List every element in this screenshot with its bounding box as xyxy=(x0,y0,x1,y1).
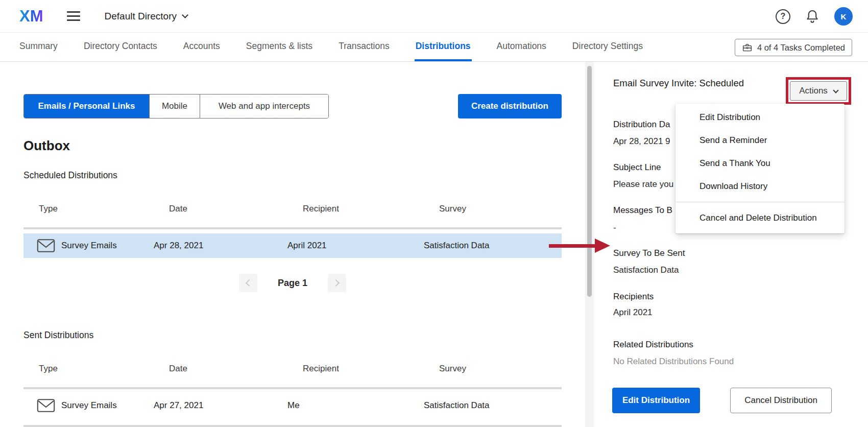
field-label-recipients: Recipients xyxy=(613,292,654,302)
menu-item-send-a-thank-you[interactable]: Send a Thank You xyxy=(676,152,845,175)
chevron-down-icon xyxy=(833,87,838,93)
field-label-survey-to-be-sent: Survey To Be Sent xyxy=(613,248,685,258)
tab-directory-settings[interactable]: Directory Settings xyxy=(571,33,644,61)
column-survey: Survey xyxy=(439,204,562,214)
tasks-completed-label: 4 of 4 Tasks Completed xyxy=(757,43,845,53)
page-indicator: Page 1 xyxy=(278,278,307,289)
panel-title: Email Survey Invite: Scheduled xyxy=(613,78,744,89)
tab-automations[interactable]: Automations xyxy=(496,33,547,61)
field-label-subject-line: Subject Line xyxy=(613,162,661,173)
column-date: Date xyxy=(169,204,303,214)
page: XM Default Directory ? K Summary Directo… xyxy=(0,0,868,427)
directory-selector[interactable]: Default Directory xyxy=(105,11,188,22)
table-divider xyxy=(23,387,562,389)
sent-distributions-table: Type Date Recipient Survey Survey Emails… xyxy=(23,364,562,427)
outbox-title: Outbox xyxy=(23,138,585,154)
column-recipient: Recipient xyxy=(303,364,439,374)
field-value-related-distributions: No Related Distributions Found xyxy=(613,357,734,367)
field-value-recipients: April 2021 xyxy=(613,307,653,318)
annotation-highlight-box: Actions xyxy=(786,77,851,105)
notifications-bell-icon[interactable] xyxy=(805,9,820,24)
row-recipient: April 2021 xyxy=(287,241,424,251)
tasks-completed-button[interactable]: 4 of 4 Tasks Completed xyxy=(735,39,852,56)
menu-item-cancel-and-delete-distribution[interactable]: Cancel and Delete Distribution xyxy=(676,206,845,229)
column-recipient: Recipient xyxy=(303,204,439,214)
scheduled-distributions-table: Type Date Recipient Survey Survey Emails… xyxy=(23,204,562,258)
segment-web-app-intercepts[interactable]: Web and app intercepts xyxy=(200,94,328,118)
pagination: Page 1 xyxy=(23,274,562,292)
menu-item-download-history[interactable]: Download History xyxy=(676,175,845,198)
row-recipient: Me xyxy=(287,400,424,411)
menu-item-edit-distribution[interactable]: Edit Distribution xyxy=(676,106,845,129)
row-survey: Satisfaction Data xyxy=(424,400,562,411)
tab-directory-contacts[interactable]: Directory Contacts xyxy=(83,33,158,61)
row-type: Survey Emails xyxy=(61,400,117,411)
channel-segmented-control: Emails / Personal Links Mobile Web and a… xyxy=(23,94,329,118)
help-glyph: ? xyxy=(781,12,786,21)
row-survey: Satisfaction Data xyxy=(424,241,562,251)
field-value-subject-line: Please rate you xyxy=(613,179,673,189)
field-value-messages-to-be-sent: - xyxy=(613,223,616,233)
column-survey: Survey xyxy=(439,364,562,374)
panel-scrollbar-track xyxy=(585,62,594,427)
menu-divider xyxy=(676,202,845,202)
tab-accounts[interactable]: Accounts xyxy=(182,33,221,61)
table-divider xyxy=(23,425,562,427)
distributions-main: Emails / Personal Links Mobile Web and a… xyxy=(0,62,585,427)
actions-dropdown-menu: Edit Distribution Send a Reminder Send a… xyxy=(676,104,845,233)
user-avatar[interactable]: K xyxy=(834,7,853,26)
header-right-icons: ? K xyxy=(776,0,868,33)
distribution-toolbar: Emails / Personal Links Mobile Web and a… xyxy=(23,94,562,118)
tab-list: Summary Directory Contacts Accounts Segm… xyxy=(18,33,644,61)
table-row[interactable]: Survey Emails Apr 28, 2021 April 2021 Sa… xyxy=(23,233,562,258)
row-date: Apr 28, 2021 xyxy=(154,241,287,251)
avatar-initial: K xyxy=(841,12,847,21)
row-date: Apr 27, 2021 xyxy=(154,400,287,411)
actions-dropdown-button[interactable]: Actions xyxy=(790,81,847,101)
edit-distribution-button[interactable]: Edit Distribution xyxy=(612,388,700,413)
cancel-distribution-button[interactable]: Cancel Distribution xyxy=(730,388,832,413)
column-type: Type xyxy=(39,364,169,374)
briefcase-icon xyxy=(742,42,753,53)
help-icon[interactable]: ? xyxy=(776,9,790,24)
tab-summary[interactable]: Summary xyxy=(18,33,59,61)
column-date: Date xyxy=(169,364,303,374)
field-value-survey-to-be-sent: Satisfaction Data xyxy=(613,265,679,275)
row-type: Survey Emails xyxy=(61,241,117,251)
chevron-down-icon xyxy=(182,12,188,18)
table-header: Type Date Recipient Survey xyxy=(23,364,562,374)
distribution-detail-panel: Email Survey Invite: Scheduled Actions D… xyxy=(594,62,868,427)
create-distribution-button[interactable]: Create distribution xyxy=(458,94,562,118)
directory-nav: Summary Directory Contacts Accounts Segm… xyxy=(0,33,868,62)
tab-transactions[interactable]: Transactions xyxy=(337,33,391,61)
field-label-distribution-date: Distribution Da xyxy=(613,120,670,130)
chevron-left-icon xyxy=(246,279,253,287)
tab-segments-lists[interactable]: Segments & lists xyxy=(245,33,314,61)
field-label-messages-to-be-sent: Messages To B xyxy=(613,205,672,216)
hamburger-menu-icon[interactable] xyxy=(67,11,80,21)
panel-scrollbar-thumb[interactable] xyxy=(587,66,592,297)
menu-item-send-a-reminder[interactable]: Send a Reminder xyxy=(676,129,845,152)
column-type: Type xyxy=(39,204,169,214)
next-page-button[interactable] xyxy=(328,274,346,292)
tab-distributions[interactable]: Distributions xyxy=(415,33,472,61)
segment-emails-personal-links[interactable]: Emails / Personal Links xyxy=(24,94,149,118)
previous-page-button[interactable] xyxy=(239,274,257,292)
table-row[interactable]: Survey Emails Apr 27, 2021 Me Satisfacti… xyxy=(23,393,562,418)
segment-mobile[interactable]: Mobile xyxy=(149,94,200,118)
xm-logo: XM xyxy=(19,7,43,26)
sent-distributions-heading: Sent Distributions xyxy=(23,330,585,341)
directory-selector-label: Default Directory xyxy=(105,11,177,22)
chevron-right-icon xyxy=(332,279,340,287)
actions-label: Actions xyxy=(799,86,828,96)
envelope-icon xyxy=(37,398,55,413)
scheduled-distributions-heading: Scheduled Distributions xyxy=(23,170,585,181)
field-label-related-distributions: Related Distributions xyxy=(613,340,693,350)
envelope-icon xyxy=(37,239,55,253)
field-value-distribution-date: Apr 28, 2021 9 xyxy=(613,136,670,147)
top-header: XM Default Directory ? K xyxy=(0,0,868,33)
table-header: Type Date Recipient Survey xyxy=(23,204,562,214)
table-divider xyxy=(23,227,562,229)
